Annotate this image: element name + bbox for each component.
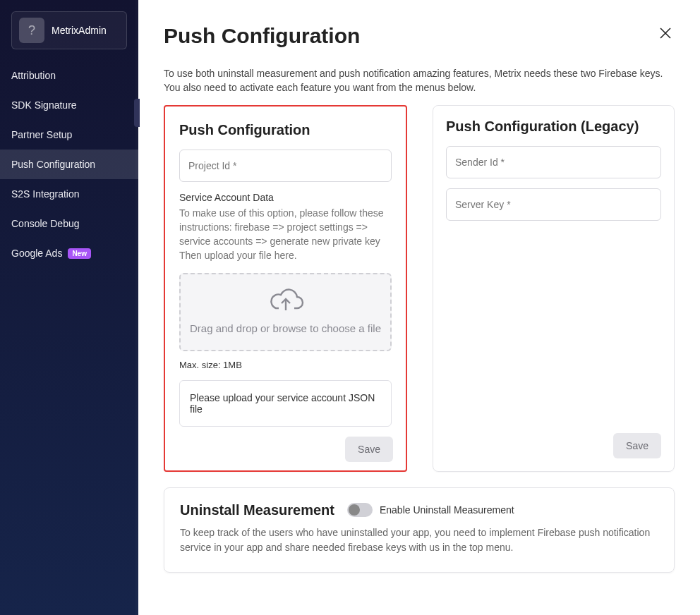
legacy-card-footer: Save bbox=[446, 433, 661, 458]
service-account-label: Service Account Data bbox=[179, 192, 392, 203]
server-key-input[interactable] bbox=[446, 188, 661, 221]
uninstall-toggle-label: Enable Uninstall Measurement bbox=[380, 504, 514, 516]
cards-row: Push Configuration Service Account Data … bbox=[164, 105, 675, 472]
nav-item-sdk-signature[interactable]: SDK Signature bbox=[0, 90, 138, 120]
nav-label: Google Ads bbox=[11, 248, 62, 259]
legacy-config-card: Push Configuration (Legacy) Save bbox=[433, 105, 675, 472]
nav-label: S2S Integration bbox=[11, 188, 80, 200]
project-id-input[interactable] bbox=[179, 150, 392, 182]
uninstall-description: To keep track of the users who have unin… bbox=[180, 525, 658, 555]
push-config-card: Push Configuration Service Account Data … bbox=[164, 105, 407, 472]
cloud-upload-icon bbox=[267, 287, 304, 315]
page-description: To use both uninstall measurement and pu… bbox=[164, 66, 672, 95]
push-card-footer: Save bbox=[178, 437, 393, 462]
new-badge: New bbox=[68, 248, 91, 259]
legacy-card-title: Push Configuration (Legacy) bbox=[446, 118, 661, 135]
file-dropzone[interactable]: Drag and drop or browse to choose a file bbox=[179, 273, 392, 351]
nav-item-google-ads[interactable]: Google Ads New bbox=[0, 238, 138, 268]
main-content: Push Configuration To use both uninstall… bbox=[138, 0, 700, 615]
service-account-help: To make use of this option, please follo… bbox=[179, 206, 392, 263]
page-title: Push Configuration bbox=[164, 24, 360, 48]
nav-item-s2s-integration[interactable]: S2S Integration bbox=[0, 179, 138, 209]
push-save-button[interactable]: Save bbox=[345, 437, 393, 462]
uninstall-card: Uninstall Measurement Enable Uninstall M… bbox=[164, 487, 675, 573]
uninstall-title: Uninstall Measurement bbox=[180, 502, 334, 518]
nav-label: Console Debug bbox=[11, 218, 80, 229]
nav-item-partner-setup[interactable]: Partner Setup bbox=[0, 120, 138, 150]
uninstall-toggle[interactable] bbox=[347, 503, 373, 517]
sender-id-input[interactable] bbox=[446, 146, 661, 178]
sidebar-nav: Attribution SDK Signature Partner Setup … bbox=[0, 61, 138, 268]
close-button[interactable] bbox=[656, 24, 675, 45]
nav-label: SDK Signature bbox=[11, 99, 77, 111]
close-icon bbox=[659, 27, 672, 39]
uninstall-header: Uninstall Measurement Enable Uninstall M… bbox=[180, 502, 658, 518]
nav-label: Push Configuration bbox=[11, 159, 95, 170]
dropzone-text: Drag and drop or browse to choose a file bbox=[186, 322, 385, 334]
brand-name: MetrixAdmin bbox=[52, 25, 107, 36]
legacy-save-button[interactable]: Save bbox=[613, 433, 661, 458]
page-header: Push Configuration bbox=[164, 24, 675, 48]
push-card-title: Push Configuration bbox=[179, 122, 392, 138]
sidebar-collapse-handle[interactable] bbox=[134, 99, 140, 127]
nav-item-attribution[interactable]: Attribution bbox=[0, 61, 138, 90]
brand-box[interactable]: ? MetrixAdmin bbox=[11, 11, 127, 49]
toggle-knob bbox=[349, 504, 360, 516]
nav-label: Partner Setup bbox=[11, 129, 72, 140]
nav-label: Attribution bbox=[11, 70, 56, 81]
sidebar-edge bbox=[135, 0, 138, 615]
nav-item-console-debug[interactable]: Console Debug bbox=[0, 209, 138, 238]
nav-item-push-configuration[interactable]: Push Configuration bbox=[0, 150, 138, 179]
upload-note: Please upload your service account JSON … bbox=[179, 380, 392, 427]
uninstall-toggle-wrap: Enable Uninstall Measurement bbox=[347, 503, 514, 517]
sidebar: ? MetrixAdmin Attribution SDK Signature … bbox=[0, 0, 138, 615]
brand-avatar: ? bbox=[19, 18, 44, 43]
max-size-hint: Max. size: 1MB bbox=[179, 360, 392, 370]
